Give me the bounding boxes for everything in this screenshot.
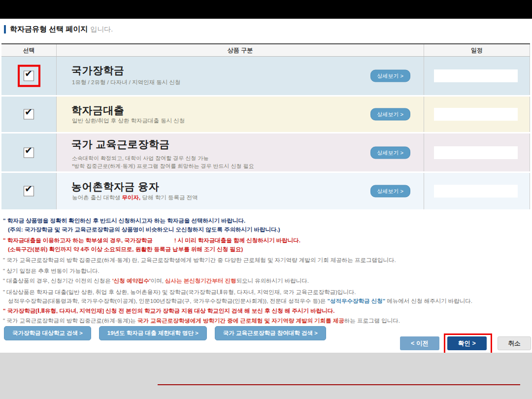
header-schedule: 일정	[424, 44, 530, 56]
product-subtitle: 1유형 / 2유형 / 다자녀 / 지역인재 동시 신청	[72, 79, 180, 86]
note-work-study-program: " 국가 교육근로장학금의 방학 집중근로(하계·동계) 란, 교육근로장학생에…	[3, 257, 396, 264]
select-cell: ✔	[1, 133, 57, 171]
checkbox-national-scholarship[interactable]: ✔	[24, 71, 34, 81]
select-cell: ✔	[1, 57, 57, 95]
product-cell: 농어촌학자금 융자 농어촌 출신 대학생 무이자, 당해 학기 등록금 전액 상…	[57, 173, 424, 209]
footer-red-line	[158, 384, 520, 385]
product-cell: 학자금대출 일반 상환/취업 후 상환 학자금대출 동시 신청 상세보기 >	[57, 97, 424, 132]
header-product: 상품 구분	[57, 44, 424, 56]
detail-button-national-scholarship[interactable]: 상세보기 >	[370, 70, 410, 82]
checkbox-work-study[interactable]: ✔	[24, 147, 34, 158]
confirm-button[interactable]: 확인 >	[447, 336, 487, 350]
product-cell: 국가장학금 1유형 / 2유형 / 다자녀 / 지역인재 동시 신청 상세보기 …	[57, 57, 424, 95]
title-accent-bar	[4, 25, 6, 33]
note-school-search-before-apply: " 국가장학금[Ⅰ,Ⅱ유형, 다자녀, 지역인재] 신청 전 본인의 학교가 장…	[3, 307, 334, 315]
note-product-name-check: " 학자금 상품명을 정확히 확인하신 후 반드시 신청하시고자 하는 학자금을…	[3, 217, 245, 225]
check-icon: ✔	[25, 145, 33, 155]
student-aid-type-selection-page: 학자금유형 선택 페이지 입니다. 선택 상품 구분 일정 ✔ 국가장학금 1유…	[0, 0, 532, 399]
schedule-blank-box	[434, 108, 518, 121]
top-black-bar	[0, 0, 532, 19]
page-title-text: 학자금유형 선택 페이지	[10, 25, 88, 34]
detail-button-rural-loan[interactable]: 상세보기 >	[370, 185, 410, 198]
note-income-bracket: (소득구간(분위) 확인까지 약 4주 이상 소요되므로, 원활한 등록금 납부…	[3, 246, 243, 253]
subtitle-post: 당해 학기 등록금 전액	[140, 195, 198, 200]
table-row-student-loan: ✔ 학자금대출 일반 상환/취업 후 상환 학자금대출 동시 신청 상세보기 >	[1, 97, 530, 132]
detail-button-work-study[interactable]: 상세보기 >	[370, 146, 410, 159]
select-cell: ✔	[1, 97, 57, 132]
product-title: 국가장학금	[71, 64, 125, 77]
note-schedule-change: " 상기 일정은 추후 변동이 가능합니다.	[3, 267, 100, 275]
redacted-area	[153, 237, 174, 242]
product-title: 학자금대출	[71, 103, 125, 117]
schedule-blank-box	[434, 146, 518, 159]
product-title: 농어촌학자금 융자	[71, 180, 159, 194]
subtitle-line2: *방학 집중근로(하계·동계) 프로그램 참여를 희망하는 경우 반드시 신청 …	[72, 163, 254, 169]
header-select: 선택	[1, 44, 57, 56]
checkbox-rural-loan[interactable]: ✔	[24, 186, 34, 197]
table-header: 선택 상품 구분 일정	[1, 43, 530, 57]
product-cell: 국가 교육근로장학금 소속대학이 확정되고, 대학이 사업 참여할 경우 신청 …	[57, 133, 424, 171]
note-target-products: " 대상상품은 학자금 대출(일반 상환, 취업 후 상환, 농어촌융자) 및 …	[3, 289, 356, 296]
table-row-national-scholarship: ✔ 국가장학금 1유형 / 2유형 / 다자녀 / 지역인재 동시 신청 상세보…	[1, 57, 530, 95]
subtitle-line1: 소속대학이 확정되고, 대학이 사업 참여할 경우 신청 가능	[72, 155, 208, 161]
note-merit-scholarship: 성적우수장학금(대통령과학, 국가우수장학(이공계), 인문100년장학금(구,…	[3, 298, 472, 305]
national-scholarship-school-search-button[interactable]: 국가장학금 대상학교 검색 >	[4, 326, 91, 340]
schedule-blank-box	[434, 69, 518, 82]
check-icon: ✔	[25, 184, 33, 194]
check-icon: ✔	[25, 107, 33, 117]
schedule-cell	[424, 173, 530, 209]
note-product-name-check-caution: (주의: 국가장학금 및 국가 교육근로장학금의 상품명이 비슷하오니 오신청하…	[3, 226, 280, 233]
checkbox-student-loan[interactable]: ✔	[24, 109, 34, 120]
note-reservation: " 대출상품의 경우, 신청기간 이전의 신청은 '신청 예약접수'이며, 심사…	[3, 277, 309, 285]
detail-button-student-loan[interactable]: 상세보기 >	[370, 108, 410, 121]
footer-band	[0, 353, 532, 399]
product-subtitle: 농어촌 출신 대학생 무이자, 당해 학기 등록금 전액	[72, 194, 198, 201]
schedule-cell	[424, 133, 530, 171]
page-title-suffix: 입니다.	[90, 25, 113, 34]
table-row-work-study: ✔ 국가 교육근로장학금 소속대학이 확정되고, 대학이 사업 참여할 경우 신…	[1, 133, 530, 171]
schedule-cell	[424, 97, 530, 132]
check-icon: ✔	[25, 68, 33, 79]
loan-restricted-university-list-button[interactable]: 19년도 학자금 대출 제한대학 명단 >	[99, 326, 207, 340]
subtitle-interest-free: 무이자,	[122, 195, 141, 200]
work-study-participating-university-search-button[interactable]: 국가 교육근로장학금 참여대학 검색 >	[215, 326, 326, 340]
product-subtitle: 소속대학이 확정되고, 대학이 사업 참여할 경우 신청 가능 *방학 집중근로…	[72, 154, 254, 170]
note-work-study-vacation: " 국가 교육근로장학금의 방학 집중근로(하계·동계)는 국가 교육근로장학생…	[3, 317, 400, 325]
note-loan-apply-together: " 학자금대출을 이용하고자 하는 학부생의 경우, 국가장학금! 시 미리 학…	[3, 237, 300, 244]
schedule-blank-box	[434, 185, 518, 198]
link-button-group: 국가장학금 대상학교 검색 > 19년도 학자금 대출 제한대학 명단 > 국가…	[4, 326, 326, 340]
page-title: 학자금유형 선택 페이지 입니다.	[4, 25, 113, 34]
table-row-rural-loan: ✔ 농어촌학자금 융자 농어촌 출신 대학생 무이자, 당해 학기 등록금 전액…	[1, 173, 530, 209]
subtitle-pre: 농어촌 출신 대학생	[72, 195, 122, 200]
product-title: 국가 교육근로장학금	[71, 137, 170, 151]
cancel-button[interactable]: 취소	[498, 336, 531, 350]
schedule-cell	[424, 57, 530, 95]
select-cell: ✔	[1, 173, 57, 209]
previous-button[interactable]: < 이전	[400, 336, 439, 350]
product-subtitle: 일반 상환/취업 후 상환 학자금대출 동시 신청	[72, 117, 185, 125]
